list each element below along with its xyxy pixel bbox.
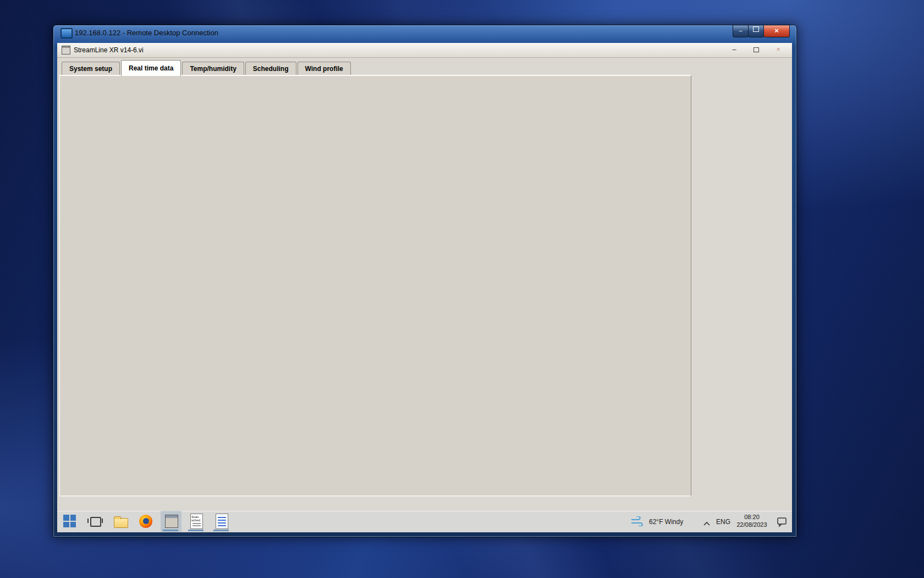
task-view-button[interactable] <box>85 511 106 532</box>
streamline-app-icon <box>165 515 178 528</box>
scan-schedule-icon-label: Scan sched <box>191 514 202 523</box>
desktop: 192.168.0.122 - Remote Desktop Connectio… <box>0 0 924 578</box>
rdp-window-title: 192.168.0.122 - Remote Desktop Connectio… <box>75 29 218 37</box>
streamline-app-button[interactable] <box>161 511 182 532</box>
app-close-button[interactable]: × <box>771 45 785 54</box>
tab-system-setup[interactable]: System setup <box>62 62 120 76</box>
tab-real-time-data[interactable]: Real time data <box>121 60 181 76</box>
folder-icon <box>114 518 128 528</box>
chevron-up-icon[interactable] <box>703 519 711 528</box>
tab-scheduling[interactable]: Scheduling <box>245 62 296 76</box>
scan-schedule-button[interactable]: Scan sched <box>186 511 207 532</box>
firefox-button[interactable] <box>135 511 156 532</box>
weather-text[interactable]: 62°F Windy <box>649 518 683 526</box>
file-explorer-button[interactable] <box>110 511 131 532</box>
windows-logo-icon <box>63 515 76 527</box>
task-view-icon <box>90 517 101 527</box>
clock-date: 22/08/2023 <box>732 521 772 528</box>
app-minimize-button[interactable]: – <box>727 45 741 54</box>
weather-icon[interactable] <box>630 516 645 528</box>
rdp-close-button[interactable]: × <box>763 25 790 37</box>
notepad-doc-button[interactable] <box>211 511 232 532</box>
tab-wind-profile[interactable]: Wind profile <box>298 62 351 76</box>
app-icon <box>62 46 70 54</box>
app-window-title: StreamLine XR v14-6.vi <box>74 46 144 54</box>
app-title-bar <box>57 43 792 58</box>
app-restore-button[interactable] <box>749 46 763 54</box>
tab-page <box>59 75 691 497</box>
scan-schedule-icon: Scan sched <box>190 514 203 529</box>
tab-bar: System setup Real time data Temp/humidit… <box>62 60 352 76</box>
clock-time: 08:20 <box>732 513 772 521</box>
start-button[interactable] <box>59 511 80 532</box>
rdp-maximize-button[interactable] <box>748 25 764 37</box>
language-indicator[interactable]: ENG <box>716 518 730 526</box>
rdp-icon <box>61 28 73 39</box>
clock[interactable]: 08:20 22/08/2023 <box>732 513 772 528</box>
tab-temp-humidity[interactable]: Temp/humidity <box>182 62 244 76</box>
rdp-minimize-button[interactable]: – <box>733 25 749 37</box>
notepad-doc-icon <box>216 514 228 529</box>
notification-icon[interactable] <box>777 516 788 530</box>
